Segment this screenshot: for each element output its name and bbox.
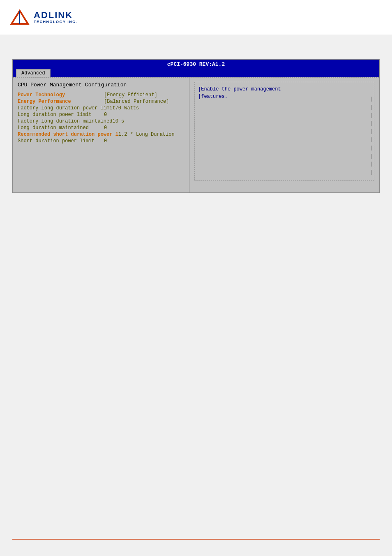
config-value: [Energy Efficient] xyxy=(104,92,157,98)
config-rows-container: Power Technology [Energy Efficient]Energ… xyxy=(18,92,186,144)
tab-advanced-label: Advanced xyxy=(21,70,45,76)
help-text-line1: |Enable the power management xyxy=(198,86,371,93)
config-row: Factory long duration power limit 70 Wat… xyxy=(18,105,186,111)
section-title: CPU Power Management Configuration xyxy=(18,82,186,88)
footer-divider xyxy=(12,539,380,540)
bios-window: cPCI-6930 REV:A1.2 Advanced CPU Power Ma… xyxy=(12,59,380,193)
config-row: Recommended short duration power l 1.2 *… xyxy=(18,132,186,137)
bios-right-panel: |Enable the power management |features. … xyxy=(189,78,379,192)
config-value: 0 xyxy=(104,125,107,131)
adlink-logo-icon xyxy=(10,7,30,27)
header: ADLINK TECHNOLOGY INC. xyxy=(0,0,392,35)
bios-main-content: CPU Power Management Configuration Power… xyxy=(13,77,379,192)
config-label: Energy Performance xyxy=(18,99,104,104)
bios-left-panel: CPU Power Management Configuration Power… xyxy=(13,78,189,192)
bios-tab-bar: Advanced xyxy=(13,69,379,77)
config-row: Factory long duration maintained 10 s xyxy=(18,118,186,124)
config-value: 0 xyxy=(104,112,107,118)
tab-advanced[interactable]: Advanced xyxy=(16,69,51,77)
config-row: Energy Performance [Balanced Performance… xyxy=(18,99,186,104)
logo-brand: ADLINK xyxy=(34,10,77,20)
config-row: Long duration power limit 0 xyxy=(18,112,186,118)
config-value: 70 Watts xyxy=(115,105,139,111)
config-label: Long duration maintained xyxy=(18,125,104,131)
config-value: [Balanced Performance] xyxy=(104,99,169,104)
help-text-line2: |features. xyxy=(198,93,371,100)
config-value: 0 xyxy=(104,138,107,144)
config-label: Factory long duration maintained xyxy=(18,118,112,124)
config-label: Recommended short duration power l xyxy=(18,132,118,137)
logo-container: ADLINK TECHNOLOGY INC. xyxy=(10,7,77,27)
config-value: 1.2 * Long Duration xyxy=(118,132,175,137)
config-label: Short duration power limit xyxy=(18,138,104,144)
bios-titlebar: cPCI-6930 REV:A1.2 xyxy=(13,60,379,69)
config-label: Long duration power limit xyxy=(18,112,104,118)
right-border-decoration: | | | | | | | | | | xyxy=(370,95,373,177)
config-row: Power Technology [Energy Efficient] xyxy=(18,92,186,98)
bios-title: cPCI-6930 REV:A1.2 xyxy=(167,61,225,67)
config-label: Power Technology xyxy=(18,92,104,98)
logo-subtitle: TECHNOLOGY INC. xyxy=(34,20,77,24)
logo-text: ADLINK TECHNOLOGY INC. xyxy=(34,10,77,24)
config-row: Short duration power limit 0 xyxy=(18,138,186,144)
config-row: Long duration maintained 0 xyxy=(18,125,186,131)
help-panel: |Enable the power management |features. … xyxy=(194,82,374,181)
config-label: Factory long duration power limit xyxy=(18,105,115,111)
config-value: 10 s xyxy=(112,118,124,124)
